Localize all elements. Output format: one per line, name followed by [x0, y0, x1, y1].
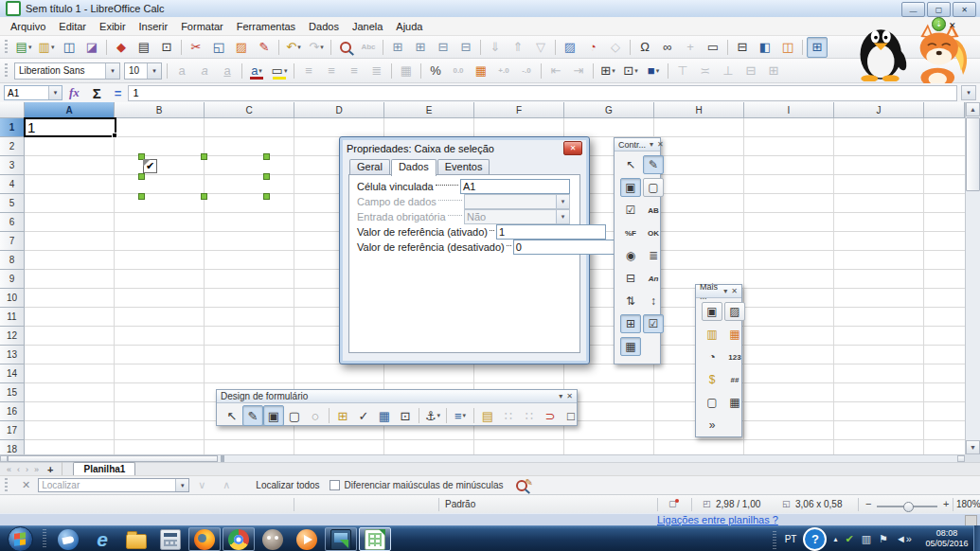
undo-button[interactable]: ↶▾: [283, 37, 304, 58]
row-header-15[interactable]: 15: [0, 383, 25, 402]
dialog-close-button[interactable]: ✕: [563, 141, 582, 155]
borders-button[interactable]: ⊞▾: [597, 61, 618, 81]
taskbar-clock[interactable]: 08:08 05/05/2016: [921, 528, 972, 549]
form-controls-toolbar-titlebar[interactable]: Contr... ▾ ✕: [615, 138, 660, 151]
row-header-12[interactable]: 12: [0, 327, 25, 346]
border-style-button[interactable]: ⊡▾: [620, 61, 641, 81]
menu-arquivo[interactable]: Arquivo: [4, 19, 52, 34]
reference-value-off-input[interactable]: 0: [513, 240, 623, 255]
window-titlebar[interactable]: Sem título 1 - LibreOffice Calc: [0, 0, 980, 18]
date-field-button[interactable]: ▦: [724, 325, 745, 344]
taskbar-internet-explorer[interactable]: [86, 527, 118, 551]
toolbar-grip[interactable]: [5, 63, 8, 79]
background-color-button[interactable]: ■▾: [643, 61, 664, 81]
list-box-button[interactable]: ≣: [643, 246, 664, 265]
zoom-slider-thumb[interactable]: [903, 502, 914, 512]
cut-button[interactable]: ✂: [186, 37, 206, 58]
volume-icon[interactable]: ◄»: [896, 533, 912, 544]
align-dropdown[interactable]: ▾: [463, 412, 467, 419]
export-pdf-button[interactable]: ◆: [111, 37, 132, 58]
form-design-button[interactable]: ▦: [620, 337, 641, 356]
expand-formula-bar-button[interactable]: ▾: [961, 85, 976, 100]
align-button[interactable]: ≡▾: [450, 405, 471, 426]
document-modified-icon[interactable]: [668, 499, 677, 508]
font-name-dropdown[interactable]: ▾: [105, 63, 119, 79]
format-date-button[interactable]: ▦: [471, 61, 491, 81]
column-header-d[interactable]: D: [294, 102, 384, 118]
close-toolbar-icon[interactable]: ✕: [657, 140, 664, 149]
guides-button[interactable]: □: [561, 405, 581, 426]
zoom-in-button[interactable]: +: [943, 498, 949, 509]
tab-eventos[interactable]: Eventos: [437, 159, 490, 174]
toolbar-menu-icon[interactable]: ▾: [650, 140, 653, 149]
scrollbar-control-button[interactable]: ↕: [643, 292, 664, 311]
numerical-field-button[interactable]: 123: [724, 347, 745, 366]
row-header-7[interactable]: 7: [0, 232, 25, 251]
row-header-18[interactable]: 18: [0, 440, 25, 454]
minimize-button[interactable]: [901, 2, 925, 17]
checkbox-form-control[interactable]: ✔: [143, 159, 157, 173]
hidden-icons-chevron[interactable]: ▴: [833, 535, 837, 543]
navigation-bar-button[interactable]: »: [702, 416, 722, 435]
taskbar-chrome[interactable]: [223, 527, 255, 551]
design-mode-button[interactable]: ✎: [643, 155, 664, 174]
delete-column-button[interactable]: ⊟: [455, 37, 476, 58]
copy-button[interactable]: ◱: [208, 37, 229, 58]
option-button-button[interactable]: ◉: [620, 246, 641, 265]
anchor-button[interactable]: ⚓▾: [422, 405, 443, 426]
spin-button-button[interactable]: ⇅: [620, 292, 641, 311]
format-percent-button[interactable]: %: [425, 61, 446, 81]
print-button[interactable]: ▤: [134, 37, 154, 58]
background-color-dropdown[interactable]: ▾: [656, 67, 660, 75]
scroll-left-button[interactable]: [0, 455, 8, 462]
menu-ajuda[interactable]: Ajuda: [389, 19, 429, 34]
column-header-a[interactable]: A: [25, 102, 115, 118]
select-button[interactable]: ↖: [222, 405, 242, 426]
more-controls-button[interactable]: ⊞: [620, 314, 641, 333]
row-header-3[interactable]: 3: [0, 156, 25, 175]
navigator-button[interactable]: ▤: [477, 405, 498, 426]
selection-handle[interactable]: [263, 153, 270, 160]
insert-row-button[interactable]: ⊞: [387, 37, 408, 58]
taskbar-media-player[interactable]: [291, 527, 323, 551]
time-field-button[interactable]: ◔: [702, 347, 722, 366]
highlight-color-button[interactable]: ▭▾: [269, 61, 290, 81]
close-findbar-icon[interactable]: ✕: [22, 479, 30, 491]
font-color-button[interactable]: a▾: [246, 61, 267, 81]
selection-handle[interactable]: [201, 153, 207, 160]
menu-janela[interactable]: Janela: [346, 19, 389, 34]
taskbar-explorer[interactable]: [120, 527, 152, 551]
taskbar-libreoffice-calc[interactable]: [359, 527, 391, 551]
show-desktop-button[interactable]: [973, 525, 980, 551]
zoom-slider[interactable]: [877, 506, 937, 507]
tab-geral[interactable]: Geral: [349, 159, 390, 174]
column-header-f[interactable]: F: [474, 102, 564, 118]
taskbar-firefox[interactable]: [188, 527, 221, 551]
column-header-g[interactable]: G: [564, 102, 654, 118]
special-character-button[interactable]: Ω: [634, 37, 655, 58]
selection-handle[interactable]: [138, 173, 145, 180]
row-header-9[interactable]: 9: [0, 270, 25, 289]
start-button[interactable]: [8, 526, 33, 551]
horizontal-scrollbar[interactable]: [0, 454, 965, 462]
anchor-dropdown[interactable]: ▾: [437, 412, 441, 419]
new-document-button[interactable]: ▤▾: [13, 37, 34, 58]
row-header-14[interactable]: 14: [0, 364, 25, 383]
toolbar-grip[interactable]: [5, 478, 8, 493]
form-properties-button[interactable]: ▢: [284, 405, 305, 426]
column-header-h[interactable]: H: [654, 102, 744, 118]
selection-handle[interactable]: [201, 193, 207, 200]
selection-handle[interactable]: [138, 193, 145, 200]
insert-image-button[interactable]: ▨: [560, 37, 580, 58]
table-control-button[interactable]: ▦: [724, 393, 745, 412]
clone-formatting-button[interactable]: ✎: [254, 37, 275, 58]
control-properties-button[interactable]: ▣: [263, 405, 284, 426]
checkbox-control-selection[interactable]: [138, 153, 271, 201]
currency-field-button[interactable]: $: [702, 370, 722, 389]
column-header-b[interactable]: B: [115, 102, 205, 118]
menu-dados[interactable]: Dados: [302, 19, 346, 34]
form-properties-button[interactable]: ▢: [643, 178, 664, 197]
menu-inserir[interactable]: Inserir: [133, 19, 175, 34]
find-all-button[interactable]: Localizar todos: [256, 480, 319, 490]
form-design-toolbar-titlebar[interactable]: Design de formulário ▾ ✕: [217, 390, 577, 403]
